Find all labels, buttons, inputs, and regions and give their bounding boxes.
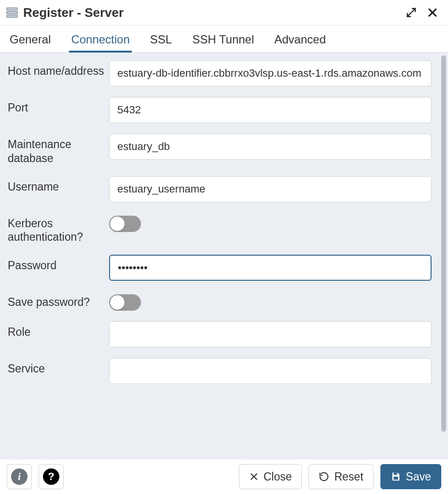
footer: i ? Close Reset Save [0,459,448,494]
kerberos-label: Kerberos authentication? [8,211,109,245]
server-icon [5,5,19,20]
service-input[interactable] [109,358,432,384]
save-button-label: Save [406,470,431,483]
help-button[interactable]: ? [39,464,64,489]
username-input[interactable] [109,176,432,202]
role-input[interactable] [109,321,432,347]
role-label: Role [8,319,109,339]
info-icon: i [11,468,28,485]
tab-connection[interactable]: Connection [69,26,131,52]
close-button[interactable]: Close [239,464,302,489]
x-icon [249,472,259,481]
maintenance-db-label: Maintenance database [8,132,109,165]
svg-rect-2 [7,15,18,17]
reset-icon [319,471,329,482]
svg-rect-0 [7,8,18,10]
scrollbar-thumb[interactable] [441,55,446,432]
close-icon[interactable] [425,5,440,20]
reset-button-label: Reset [334,470,363,483]
help-icon: ? [43,468,59,485]
host-input[interactable] [109,60,432,86]
svg-rect-3 [393,473,397,475]
tab-ssl[interactable]: SSL [148,26,174,52]
password-input[interactable] [109,255,432,281]
close-button-label: Close [264,470,292,483]
host-label: Host name/address [8,58,109,78]
password-label: Password [8,253,109,273]
port-label: Port [8,95,109,115]
tab-advanced[interactable]: Advanced [272,26,328,52]
service-label: Service [8,356,109,376]
tab-bar: General Connection SSL SSH Tunnel Advanc… [0,26,448,53]
expand-icon[interactable] [404,5,419,20]
info-button[interactable]: i [7,464,32,489]
tab-general[interactable]: General [8,26,53,52]
maintenance-db-input[interactable] [109,134,432,160]
svg-rect-1 [7,12,18,14]
reset-button[interactable]: Reset [308,464,373,489]
save-password-toggle[interactable] [109,294,141,311]
save-icon [391,471,401,482]
port-input[interactable] [109,97,432,123]
tab-ssh-tunnel[interactable]: SSH Tunnel [190,26,256,52]
window-title: Register - Server [23,5,124,20]
form-area: Host name/address Port Maintenance datab… [0,53,448,459]
titlebar: Register - Server [0,0,448,26]
scrollbar[interactable] [439,53,448,459]
save-button[interactable]: Save [380,464,441,489]
username-label: Username [8,174,109,194]
svg-rect-4 [393,477,398,480]
kerberos-toggle[interactable] [109,216,141,232]
save-password-label: Save password? [8,289,109,309]
